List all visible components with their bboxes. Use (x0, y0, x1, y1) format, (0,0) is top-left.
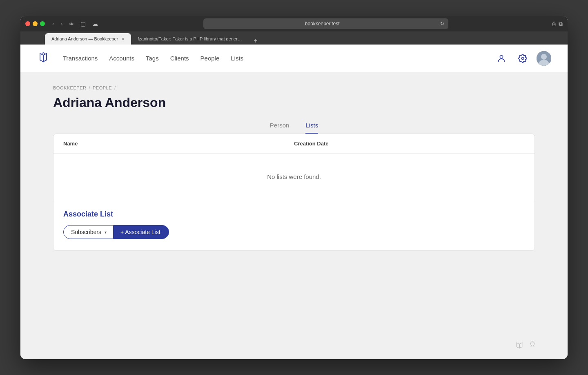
breadcrumb-section: PEOPLE (93, 85, 112, 90)
tab1-close[interactable]: ✕ (121, 37, 125, 41)
table-header: Name Creation Date (53, 134, 535, 154)
main-content: BOOKKEEPER / PEOPLE / Adriana Anderson P… (20, 72, 568, 333)
address-bar[interactable]: bookkeeper.test ↻ (203, 18, 448, 29)
app-nav: Transactions Accounts Tags Clients Peopl… (20, 45, 568, 72)
tab2-title: fzaninotto/Faker: Faker is a PHP library… (138, 36, 244, 41)
nav-transactions[interactable]: Transactions (63, 55, 98, 62)
nav-clients[interactable]: Clients (170, 55, 189, 62)
page-title: Adriana Anderson (53, 95, 535, 110)
breadcrumb-root: BOOKKEEPER (53, 85, 86, 90)
refresh-button[interactable]: ↻ (440, 21, 444, 27)
active-tab[interactable]: Adriana Anderson — Bookkeeper ✕ (45, 33, 131, 45)
window-button[interactable]: ⧉ (559, 20, 563, 27)
col-name: Name (63, 141, 294, 147)
close-traffic-light[interactable] (25, 21, 30, 26)
address-bar-wrap: bookkeeper.test ↻ (203, 18, 448, 29)
svg-point-0 (500, 55, 503, 58)
nav-accounts[interactable]: Accounts (109, 55, 134, 62)
dropdown-label: Subscribers (71, 229, 101, 235)
tab-bar: Adriana Anderson — Bookkeeper ✕ fzaninot… (20, 31, 568, 45)
back-button[interactable]: ‹ (51, 20, 56, 28)
associate-list-button[interactable]: + Associate List (114, 225, 169, 239)
chevron-down-icon: ▾ (105, 230, 107, 234)
svg-point-3 (541, 54, 547, 60)
content-tabs: Person Lists (53, 122, 535, 134)
cloud-button[interactable]: ☁ (91, 20, 100, 27)
grid-button[interactable]: ⇼ (67, 20, 76, 27)
browser-window: ‹ › ⇼ ▢ ☁ bookkeeper.test ↻ ⎙ ⧉ Adriana … (20, 16, 568, 359)
nav-tags[interactable]: Tags (146, 55, 159, 62)
minimize-traffic-light[interactable] (33, 21, 38, 26)
forward-button[interactable]: › (59, 20, 65, 28)
inactive-tab[interactable]: fzaninotto/Faker: Faker is a PHP library… (131, 33, 250, 45)
nav-actions (494, 51, 551, 66)
lists-card: Name Creation Date No lists were found. … (53, 134, 535, 251)
app-logo (37, 51, 50, 66)
maximize-traffic-light[interactable] (40, 21, 45, 26)
sidebar-button[interactable]: ▢ (79, 20, 87, 27)
breadcrumb-sep2: / (114, 85, 116, 90)
breadcrumb: BOOKKEEPER / PEOPLE / (53, 85, 535, 90)
share-button[interactable]: ⎙ (552, 20, 555, 27)
tab-lists[interactable]: Lists (305, 122, 318, 134)
toolbar-right: ⎙ ⧉ (552, 20, 563, 27)
traffic-lights (25, 21, 45, 26)
avatar-image (537, 51, 551, 66)
tab-person[interactable]: Person (270, 122, 290, 134)
subscribers-dropdown[interactable]: Subscribers ▾ (63, 225, 114, 239)
nav-links: Transactions Accounts Tags Clients Peopl… (63, 55, 494, 62)
url-text: bookkeeper.test (207, 21, 437, 27)
tab1-title: Adriana Anderson — Bookkeeper (51, 36, 118, 41)
col-date: Creation Date (294, 141, 525, 147)
nav-lists[interactable]: Lists (231, 55, 243, 62)
avatar[interactable] (537, 51, 551, 66)
associate-section: Associate List Subscribers ▾ + Associate… (53, 200, 535, 250)
title-bar: ‹ › ⇼ ▢ ☁ bookkeeper.test ↻ ⎙ ⧉ (20, 16, 568, 31)
user-icon-button[interactable] (494, 51, 509, 66)
page-content: Transactions Accounts Tags Clients Peopl… (20, 45, 568, 359)
associate-title: Associate List (63, 210, 525, 219)
breadcrumb-sep1: / (89, 85, 90, 90)
associate-controls: Subscribers ▾ + Associate List (63, 225, 525, 239)
nav-people[interactable]: People (200, 55, 220, 62)
book-footer-icon (515, 341, 523, 351)
new-tab-button[interactable]: + (250, 37, 261, 45)
empty-message: No lists were found. (53, 154, 535, 200)
page-footer: Ω (20, 333, 568, 359)
omega-footer-icon: Ω (530, 341, 535, 351)
settings-icon-button[interactable] (515, 51, 530, 66)
svg-point-1 (521, 57, 524, 60)
